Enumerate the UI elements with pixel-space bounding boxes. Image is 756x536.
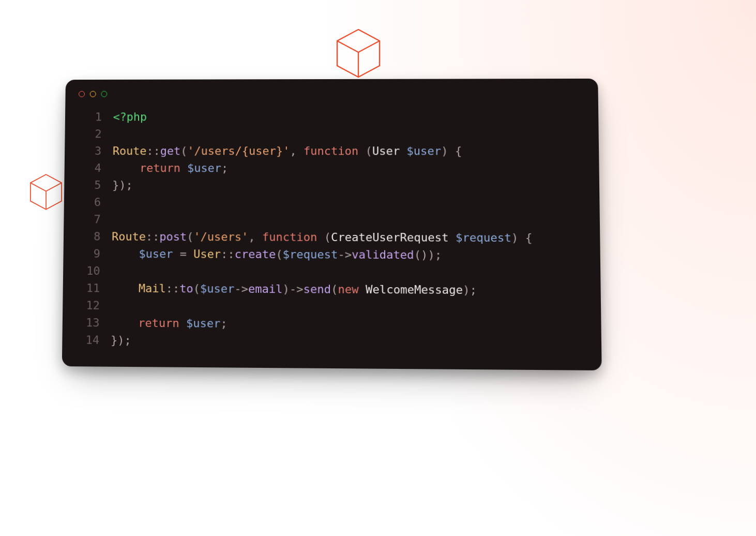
code-token: <?php [113, 110, 147, 123]
line-number: 7 [77, 211, 101, 228]
code-content: $user = User::create($request->validated… [112, 245, 442, 264]
code-token: $user [200, 282, 235, 295]
code-token: :: [146, 230, 160, 243]
code-token: ( [180, 144, 187, 157]
code-token: :: [221, 247, 235, 260]
line-number: 13 [76, 314, 100, 332]
code-token: ( [187, 230, 193, 243]
code-token: $user [186, 317, 221, 330]
window-controls [65, 79, 598, 100]
code-line: 2 [78, 125, 585, 142]
cube-icon [29, 173, 63, 211]
code-token: ); [463, 284, 477, 297]
code-token: Mail [139, 282, 166, 295]
code-token: post [159, 230, 187, 243]
code-block: 1<?php23Route::get('/users/{user}', func… [62, 99, 601, 352]
line-number: 14 [75, 331, 99, 349]
code-token: ( [331, 282, 338, 296]
code-token [180, 161, 187, 174]
code-token [111, 281, 139, 295]
code-token: create [235, 248, 276, 261]
code-token: = [173, 247, 193, 260]
code-line: 6 [77, 193, 586, 212]
code-token: return [138, 316, 179, 330]
line-number: 10 [77, 262, 100, 279]
code-line: 4 return $user; [78, 159, 585, 177]
line-number: 5 [78, 176, 101, 193]
code-token: , [290, 144, 304, 157]
code-content: Mail::to($user->email)->send(new Welcome… [111, 279, 477, 299]
code-line: 14}); [75, 331, 587, 352]
code-token: ( [276, 248, 282, 261]
line-number: 8 [77, 228, 101, 245]
line-number: 3 [78, 142, 102, 159]
code-line: 7 [77, 211, 586, 229]
code-token: , [248, 230, 262, 243]
code-token: Route [112, 230, 146, 243]
code-content: return $user; [111, 314, 228, 332]
code-line: 13 return $user; [76, 314, 588, 335]
code-token: return [140, 161, 180, 174]
code-line: 1<?php [78, 108, 585, 125]
code-token: function [262, 230, 317, 244]
code-token: ( [317, 231, 331, 244]
code-token: $user [187, 161, 221, 174]
code-content: }); [112, 176, 133, 193]
code-token: $user [400, 144, 441, 157]
code-token: WelcomeMessage [358, 283, 463, 297]
line-number: 11 [76, 279, 100, 297]
code-token [111, 316, 138, 330]
code-token: }); [112, 178, 133, 191]
code-line: 3Route::get('/users/{user}', function (U… [78, 142, 585, 159]
line-number: 9 [77, 245, 100, 262]
line-number: 12 [76, 296, 100, 314]
code-token: ()); [414, 248, 442, 262]
code-token: '/users' [193, 230, 248, 244]
code-token: to [179, 282, 193, 295]
code-token: -> [234, 282, 248, 295]
line-number: 2 [78, 125, 102, 142]
code-token: ( [193, 282, 200, 295]
code-token: Route [113, 144, 147, 157]
code-token: ( [358, 144, 372, 157]
code-token: validated [352, 248, 414, 261]
code-token: )-> [282, 282, 303, 296]
code-token: -> [338, 248, 352, 261]
code-editor-window: 1<?php23Route::get('/users/{user}', func… [62, 79, 602, 370]
code-token: CreateUserRequest [331, 231, 449, 244]
code-token: $user [139, 247, 173, 260]
code-line: 11 Mail::to($user->email)->send(new Welc… [76, 279, 587, 300]
code-content: Route::post('/users', function (CreateUs… [112, 228, 533, 246]
minimize-icon[interactable] [90, 91, 96, 97]
code-token: function [304, 144, 358, 157]
maximize-icon[interactable] [101, 91, 107, 97]
code-token: email [248, 282, 283, 296]
code-token: User [193, 247, 221, 260]
code-line: 8Route::post('/users', function (CreateU… [77, 228, 586, 247]
code-token: $request [449, 231, 511, 244]
code-token: ; [221, 161, 228, 174]
code-token [112, 247, 139, 260]
line-number: 6 [77, 193, 101, 211]
code-token: get [160, 144, 181, 157]
code-token: new [338, 282, 358, 296]
code-content: <?php [113, 108, 147, 125]
line-number: 4 [78, 159, 101, 176]
code-token: ) { [511, 231, 533, 245]
code-token: }); [111, 334, 131, 347]
code-line: 9 $user = User::create($request->validat… [77, 245, 586, 264]
cube-icon [335, 27, 382, 79]
code-token [179, 317, 186, 330]
code-line: 5}); [78, 176, 586, 195]
code-token: $request [283, 248, 338, 261]
code-token: :: [166, 282, 180, 295]
line-number: 1 [78, 109, 102, 126]
code-line: 10 [77, 262, 587, 282]
code-content: return $user; [112, 159, 228, 176]
code-token: '/users/{user}' [187, 144, 290, 157]
code-token: User [372, 144, 400, 157]
code-token: ; [220, 317, 227, 330]
close-icon[interactable] [79, 91, 85, 97]
code-token: ) { [441, 144, 462, 157]
code-content: Route::get('/users/{user}', function (Us… [113, 142, 462, 159]
